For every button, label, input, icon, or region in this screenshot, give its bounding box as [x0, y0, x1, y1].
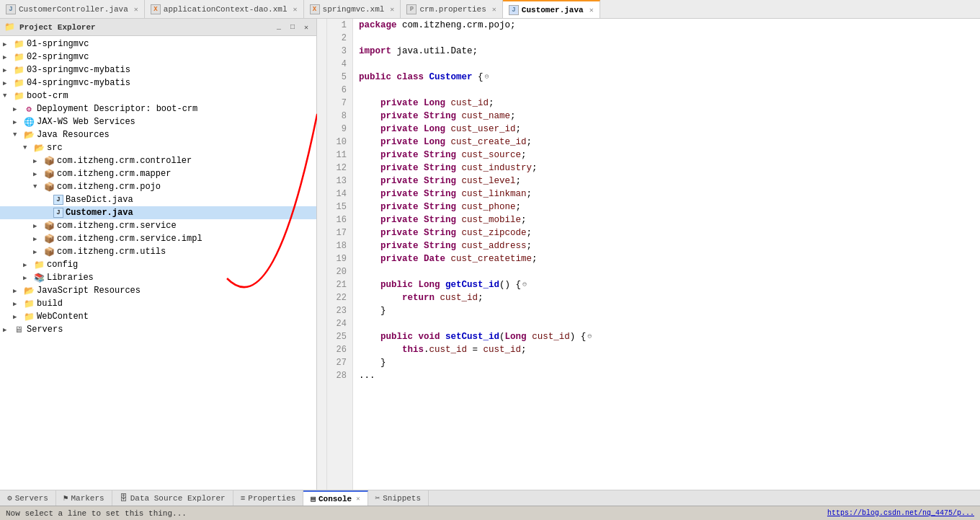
tree-label-service-impl: com.itzheng.crm.service.impl: [57, 234, 202, 244]
tree-arrow-04-springmvc-mybatis[interactable]: ▶: [3, 79, 13, 87]
code-token-14: [456, 188, 462, 200]
tree-item-java-resources[interactable]: ▼📂Java Resources: [0, 128, 316, 141]
line-num-6: 6: [330, 84, 347, 97]
tree-arrow-mapper[interactable]: ▶: [33, 170, 43, 178]
bottom-tab-console[interactable]: ▤Console✕: [303, 490, 368, 506]
code-token-15: ;: [516, 200, 522, 213]
tree-item-deployment-descriptor[interactable]: ▶⚙Deployment Descriptor: boot-crm: [0, 102, 316, 115]
tree-item-03-springmvc-mybatis[interactable]: ▶📁03-springmvc-mybatis: [0, 63, 316, 76]
tab-Customer-java[interactable]: JCustomer.java✕: [503, 0, 600, 18]
tree-arrow-Servers[interactable]: ▶: [3, 326, 13, 334]
tree-arrow-utils[interactable]: ▶: [33, 248, 43, 256]
line-num-7: 7: [330, 97, 347, 110]
bottom-tab-markers[interactable]: ⚑Markers: [56, 490, 112, 506]
tree-icon-deployment-descriptor: ⚙: [23, 103, 35, 115]
tree-arrow-src[interactable]: ▼: [23, 144, 33, 151]
code-token-19: cust_createtime: [451, 252, 533, 265]
tab-close-crm-properties[interactable]: ✕: [492, 5, 496, 14]
tree-label-Libraries: Libraries: [47, 273, 94, 283]
project-explorer-panel: 📁 Project Explorer _ □ ✕ ▶📁01-springmvc▶…: [0, 19, 317, 490]
tree-item-BaseDict[interactable]: JBaseDict.java: [0, 193, 316, 206]
fold-badge-5[interactable]: ⊖: [485, 71, 489, 84]
tree-arrow-build[interactable]: ▶: [13, 300, 23, 308]
tree-label-Servers: Servers: [27, 325, 63, 335]
code-token-7: [419, 97, 424, 110]
code-token-21: [413, 278, 419, 291]
tab-applicationContext-dao[interactable]: XapplicationContext-dao.xml✕: [145, 0, 304, 18]
tree-item-01-springmvc[interactable]: ▶📁01-springmvc: [0, 38, 316, 50]
status-url[interactable]: https://blog.csdn.net/nq_4475/p...: [827, 509, 974, 517]
tree-item-src[interactable]: ▼📂src: [0, 141, 316, 154]
tree-item-Libraries[interactable]: ▶📚Libraries: [0, 271, 316, 284]
tree-arrow-jax-ws[interactable]: ▶: [13, 118, 23, 126]
tree-item-04-springmvc-mybatis[interactable]: ▶📁04-springmvc-mybatis: [0, 76, 316, 89]
tree-item-Customer[interactable]: JCustomer.java: [0, 206, 316, 219]
code-token-23: }: [359, 304, 386, 317]
tree-arrow-service[interactable]: ▶: [33, 222, 43, 230]
tree-arrow-JavaScript-Resources[interactable]: ▶: [13, 287, 23, 295]
bottom-tab-data-source-explorer[interactable]: 🗄Data Source Explorer: [112, 490, 233, 506]
tree-icon-04-springmvc-mybatis: 📁: [13, 77, 24, 89]
tree-arrow-Libraries[interactable]: ▶: [23, 274, 33, 282]
tree-label-04-springmvc-mybatis: 04-springmvc-mybatis: [27, 78, 130, 88]
tab-CustomerController[interactable]: JCustomerController.java✕: [0, 0, 145, 18]
tree-item-service-impl[interactable]: ▶📦com.itzheng.crm.service.impl: [0, 232, 316, 245]
tree-arrow-pojo[interactable]: ▼: [33, 183, 43, 190]
tree-item-service[interactable]: ▶📦com.itzheng.crm.service: [0, 219, 316, 232]
code-area[interactable]: package com.itzheng.crm.pojo;import java…: [353, 19, 980, 490]
tree-icon-config: 📁: [33, 259, 45, 270]
bottom-tab-icon-properties: ≡: [241, 494, 246, 503]
bottom-tab-servers[interactable]: ⚙Servers: [0, 490, 56, 506]
tree-item-controller[interactable]: ▶📦com.itzheng.crm.controller: [0, 154, 316, 167]
code-token-14: private: [380, 188, 419, 200]
code-token-8: private: [380, 110, 419, 123]
tree-item-Servers[interactable]: ▶🖥Servers: [0, 323, 316, 336]
code-line-16: private String cust_mobile;: [359, 213, 974, 226]
bottom-tab-snippets[interactable]: ✂Snippets: [368, 490, 429, 506]
tab-crm-properties[interactable]: Pcrm.properties✕: [401, 0, 502, 18]
bottom-tab-close-console[interactable]: ✕: [356, 495, 360, 503]
tab-close-CustomerController[interactable]: ✕: [134, 5, 138, 14]
fold-badge-25[interactable]: ⊖: [587, 330, 592, 343]
tree-item-WebContent[interactable]: ▶📁WebContent: [0, 310, 316, 323]
code-token-7: ;: [489, 97, 494, 110]
tree-item-JavaScript-Resources[interactable]: ▶📂JavaScript Resources: [0, 284, 316, 297]
tree-arrow-03-springmvc-mybatis[interactable]: ▶: [3, 66, 13, 74]
tree-item-utils[interactable]: ▶📦com.itzheng.crm.utils: [0, 245, 316, 258]
line-num-24: 24: [330, 317, 347, 330]
tab-close-Customer-java[interactable]: ✕: [589, 6, 594, 14]
tree-arrow-service-impl[interactable]: ▶: [33, 235, 43, 243]
code-line-8: private String cust_name;: [359, 110, 974, 123]
tree-item-02-springmvc[interactable]: ▶📁02-springmvc: [0, 50, 316, 63]
tab-close-springmvc[interactable]: ✕: [390, 5, 394, 14]
tree-item-pojo[interactable]: ▼📦com.itzheng.crm.pojo: [0, 180, 316, 193]
fold-badge-21[interactable]: ⊖: [522, 278, 527, 291]
tree-label-src: src: [47, 143, 63, 153]
tree-icon-BaseDict: J: [53, 195, 63, 205]
tree-item-config[interactable]: ▶📁config: [0, 258, 316, 271]
tree-item-mapper[interactable]: ▶📦com.itzheng.crm.mapper: [0, 167, 316, 180]
close-panel-button[interactable]: ✕: [300, 22, 312, 33]
tree-arrow-java-resources[interactable]: ▼: [13, 131, 23, 138]
tab-close-applicationContext-dao[interactable]: ✕: [293, 5, 298, 14]
tree-arrow-deployment-descriptor[interactable]: ▶: [13, 105, 23, 113]
tree-arrow-02-springmvc[interactable]: ▶: [3, 53, 13, 61]
code-token-21: [440, 278, 446, 291]
tree-arrow-WebContent[interactable]: ▶: [13, 313, 23, 321]
tree-label-02-springmvc: 02-springmvc: [27, 52, 89, 62]
tree-item-boot-crm[interactable]: ▼📁boot-crm: [0, 89, 316, 102]
code-token-9: [359, 123, 380, 136]
bottom-tab-properties[interactable]: ≡Properties: [233, 490, 304, 506]
line-num-12: 12: [330, 162, 347, 175]
tree-arrow-boot-crm[interactable]: ▼: [3, 92, 13, 100]
tree-arrow-config[interactable]: ▶: [23, 261, 33, 269]
code-token-8: [359, 110, 380, 123]
minimize-button[interactable]: _: [273, 22, 285, 33]
tab-springmvc[interactable]: Xspringmvc.xml✕: [304, 0, 401, 18]
tree-item-jax-ws[interactable]: ▶🌐JAX-WS Web Services: [0, 115, 316, 128]
tree-arrow-controller[interactable]: ▶: [33, 157, 43, 165]
tree-arrow-01-springmvc[interactable]: ▶: [3, 40, 13, 48]
tree-item-build[interactable]: ▶📁build: [0, 297, 316, 310]
maximize-button[interactable]: □: [287, 22, 298, 33]
line-num-17: 17: [330, 226, 347, 239]
